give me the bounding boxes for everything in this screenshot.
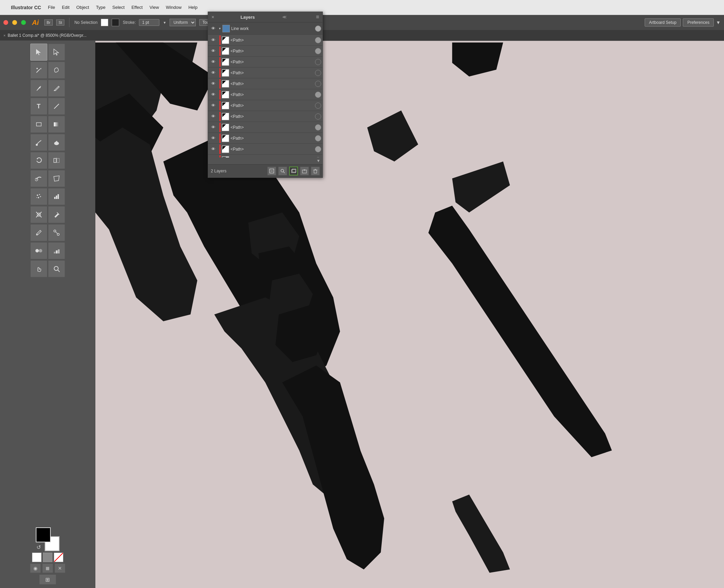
lasso-tool[interactable] — [48, 62, 65, 79]
path-target-button[interactable] — [315, 92, 321, 98]
path-target-button[interactable] — [315, 70, 321, 76]
paintbrush-tool[interactable] — [30, 134, 47, 151]
menu-type[interactable]: Type — [96, 5, 106, 10]
stroke-value-input[interactable] — [139, 19, 159, 26]
toolbar-options-icon[interactable]: ▼ — [716, 20, 721, 25]
menu-edit[interactable]: Edit — [62, 5, 69, 10]
stroke-color-swatch[interactable] — [32, 553, 42, 562]
path-target-button[interactable] — [315, 48, 321, 54]
stroke-swatch[interactable] — [112, 19, 119, 26]
path-target-button[interactable] — [315, 37, 321, 43]
artboard-tool-bottom[interactable]: ⊞ — [39, 574, 56, 585]
path-visibility-toggle[interactable]: 👁 — [209, 36, 217, 44]
stroke-dropdown-arrow[interactable]: ▼ — [163, 21, 166, 25]
layer-row[interactable]: 👁 <Path> — [208, 133, 322, 144]
column-graph-tool[interactable] — [48, 242, 65, 259]
path-target-button[interactable] — [315, 59, 321, 65]
graph-tool[interactable] — [48, 188, 65, 205]
direct-selection-tool[interactable] — [48, 44, 65, 61]
layer-row[interactable]: 👁 <Path> — [208, 122, 322, 133]
create-new-sublayer-button[interactable] — [300, 167, 309, 175]
path-visibility-toggle[interactable]: 👁 — [209, 124, 217, 131]
line-tool[interactable] — [48, 98, 65, 115]
path-visibility-toggle[interactable]: 👁 — [209, 91, 217, 98]
path-target-button[interactable] — [315, 103, 321, 109]
gradient-mode-button[interactable]: ▦ — [42, 563, 53, 573]
layer-row[interactable]: 👁 <Path> — [208, 111, 322, 122]
layer-row[interactable]: 👁 <Path> — [208, 100, 322, 111]
bridge-button[interactable]: Br — [44, 19, 53, 26]
reset-colors-icon[interactable]: ↺ — [36, 544, 41, 551]
traffic-light-maximize[interactable] — [21, 20, 26, 25]
type-tool[interactable]: T — [30, 98, 47, 115]
menu-view[interactable]: View — [149, 5, 159, 10]
traffic-light-close[interactable] — [3, 20, 8, 25]
layer-row[interactable]: 👁 <Path> — [208, 57, 322, 67]
fill-none-swatch[interactable] — [43, 553, 52, 562]
measure-tool[interactable] — [48, 224, 65, 241]
path-target-button[interactable] — [315, 124, 321, 130]
pen-tool[interactable] — [30, 80, 47, 97]
stock-button[interactable]: St — [56, 19, 64, 26]
layer-row[interactable]: 👁 <Path> — [208, 78, 322, 89]
path-visibility-toggle[interactable]: 👁 — [209, 135, 217, 142]
traffic-light-minimize[interactable] — [12, 20, 17, 25]
path-target-button[interactable] — [315, 135, 321, 141]
delete-selection-button[interactable] — [311, 167, 320, 175]
path-visibility-toggle[interactable]: 👁 — [209, 80, 217, 88]
panel-collapse-button[interactable]: ≪ — [282, 15, 287, 19]
layer-row[interactable]: 👁 <Path> — [208, 144, 322, 155]
menu-file[interactable]: File — [48, 5, 55, 10]
rotate-tool[interactable] — [30, 152, 47, 169]
uniform-select[interactable]: Uniform — [170, 19, 196, 26]
artboard-setup-button[interactable]: Artboard Setup — [645, 18, 681, 27]
fill-swatch[interactable] — [101, 19, 108, 26]
layer-expand-arrow[interactable]: ▾ — [217, 26, 222, 31]
zoom-tool[interactable] — [48, 260, 65, 277]
layer-row[interactable]: 👁 <Path> — [208, 89, 322, 100]
hand-tool[interactable] — [30, 260, 47, 277]
foreground-color-swatch[interactable] — [36, 527, 51, 542]
color-mode-button[interactable]: ◉ — [30, 563, 41, 573]
reflect-tool[interactable] — [48, 152, 65, 169]
find-icon-button[interactable] — [278, 167, 287, 175]
create-new-layer-button[interactable] — [289, 167, 298, 175]
menu-object[interactable]: Object — [76, 5, 89, 10]
symbol-sprayer-tool[interactable] — [30, 188, 47, 205]
blob-brush-tool[interactable] — [48, 134, 65, 151]
slice-tool[interactable] — [30, 206, 47, 223]
path-visibility-toggle[interactable]: 👁 — [209, 145, 217, 153]
blend-tool[interactable] — [30, 242, 47, 259]
path-target-button[interactable] — [315, 146, 321, 152]
pencil-tool[interactable] — [48, 80, 65, 97]
gradient-tool[interactable] — [48, 116, 65, 133]
layer-row[interactable]: 👁 <Path> — [208, 46, 322, 57]
layer-target-button[interactable] — [315, 26, 321, 32]
panel-close-button[interactable]: × — [211, 14, 214, 20]
none-mode-button[interactable]: ✕ — [54, 563, 65, 573]
free-distort-tool[interactable] — [48, 170, 65, 187]
preferences-button[interactable]: Preferences — [683, 18, 714, 27]
selection-tool[interactable] — [30, 44, 47, 61]
warp-tool[interactable] — [30, 170, 47, 187]
path-visibility-toggle[interactable]: 👁 — [209, 47, 217, 55]
layer-header-row[interactable]: 👁 ▾ Line work — [208, 22, 322, 35]
rectangle-tool[interactable] — [30, 116, 47, 133]
path-visibility-toggle[interactable]: 👁 — [209, 156, 217, 158]
panel-menu-button[interactable]: ≡ — [316, 14, 319, 20]
menu-select[interactable]: Select — [112, 5, 125, 10]
menu-window[interactable]: Window — [166, 5, 182, 10]
menu-help[interactable]: Help — [188, 5, 198, 10]
doc-tab-close[interactable]: × — [3, 33, 5, 37]
path-visibility-toggle[interactable]: 👁 — [209, 102, 217, 109]
eyedropper-tool[interactable] — [30, 224, 47, 241]
layer-row[interactable]: 👁 <Path> — [208, 35, 322, 46]
path-target-button[interactable] — [315, 81, 321, 87]
path-target-button[interactable] — [315, 113, 321, 120]
path-visibility-toggle[interactable]: 👁 — [209, 113, 217, 120]
eraser-tool[interactable] — [48, 206, 65, 223]
make-release-clipping-button[interactable] — [267, 167, 276, 175]
layer-row[interactable]: 👁 <Path> — [208, 155, 322, 157]
path-visibility-toggle[interactable]: 👁 — [209, 58, 217, 66]
menu-effect[interactable]: Effect — [131, 5, 143, 10]
